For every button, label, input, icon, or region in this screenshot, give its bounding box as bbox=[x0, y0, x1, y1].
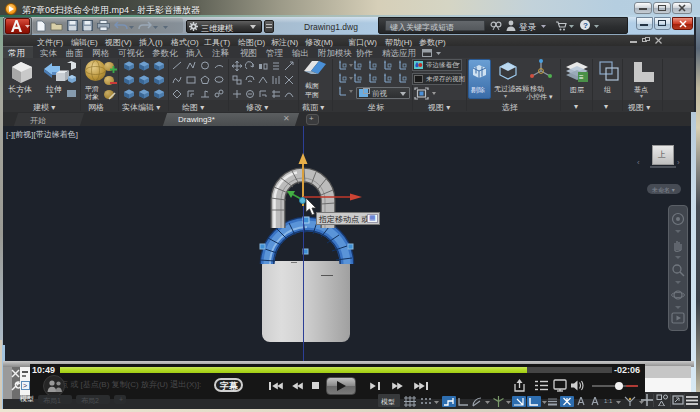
svg-text:≡: ≡ bbox=[579, 73, 584, 82]
